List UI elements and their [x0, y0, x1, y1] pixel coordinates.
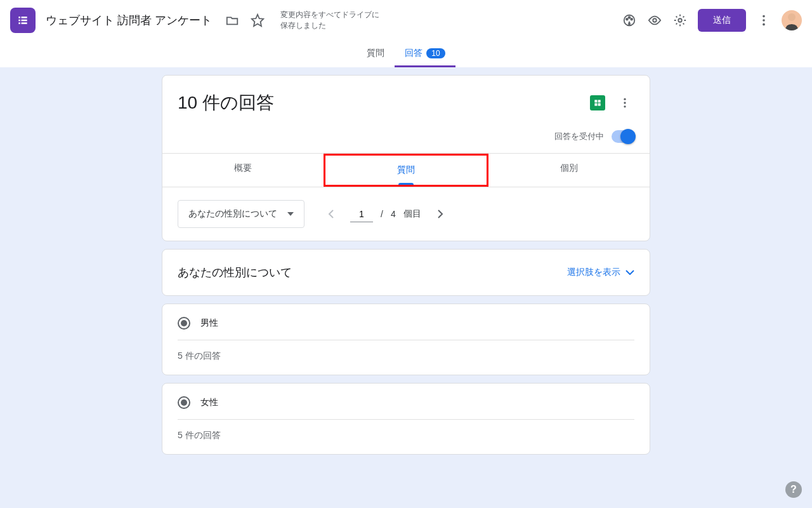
send-button[interactable]: 送信	[698, 9, 746, 32]
svg-point-13	[763, 19, 765, 22]
svg-point-10	[653, 18, 657, 22]
svg-point-14	[763, 23, 765, 26]
save-status: 変更内容をすべてドライブに 保存しました	[280, 10, 379, 31]
theme-icon[interactable]	[617, 8, 642, 33]
question-pager: / 4 個目	[320, 203, 452, 225]
option-card-0: 男性 5 件の回答	[162, 304, 650, 375]
subtab-individual[interactable]: 個別	[488, 154, 650, 187]
pager-prev[interactable]	[320, 203, 343, 225]
svg-point-8	[629, 17, 631, 18]
svg-point-12	[763, 15, 765, 18]
pager-current-input[interactable]	[350, 206, 373, 222]
responses-badge: 10	[426, 48, 445, 58]
svg-point-19	[624, 98, 625, 100]
question-selector-row: あなたの性別について / 4 個目	[162, 187, 650, 241]
svg-rect-5	[22, 22, 27, 24]
svg-rect-17	[594, 104, 597, 106]
user-avatar[interactable]	[782, 10, 802, 30]
svg-rect-0	[18, 17, 20, 18]
subtab-summary[interactable]: 概要	[162, 154, 324, 187]
responses-more-icon[interactable]	[615, 93, 634, 112]
svg-point-20	[624, 102, 625, 104]
forms-logo[interactable]	[10, 8, 36, 33]
option-card-1: 女性 5 件の回答	[162, 383, 650, 455]
chevron-down-icon	[625, 270, 634, 275]
form-title[interactable]: ウェブサイト 訪問者 アンケート	[46, 13, 212, 28]
sheets-icon[interactable]	[590, 95, 605, 110]
svg-rect-15	[594, 100, 597, 102]
svg-point-9	[631, 18, 632, 20]
svg-point-7	[626, 18, 628, 20]
help-button[interactable]: ?	[785, 481, 802, 498]
svg-rect-4	[18, 22, 20, 24]
more-icon[interactable]	[751, 8, 776, 33]
responses-card: 10 件の回答 回答を受付中 概要 質問 個別 あなたの性	[162, 75, 650, 241]
question-dropdown[interactable]: あなたの性別について	[178, 200, 304, 228]
app-header: ウェブサイト 訪問者 アンケート 変更内容をすべてドライブに 保存しました 送信	[0, 0, 812, 41]
svg-rect-16	[598, 100, 601, 102]
svg-rect-18	[598, 104, 601, 106]
option-label: 男性	[200, 318, 218, 329]
option-count: 5 件の回答	[178, 420, 634, 441]
star-icon[interactable]	[245, 8, 270, 33]
response-sub-tabs: 概要 質問 個別	[162, 153, 650, 187]
move-folder-icon[interactable]	[219, 8, 245, 33]
svg-rect-2	[18, 20, 20, 22]
svg-point-21	[624, 105, 625, 107]
radio-icon	[178, 317, 190, 330]
preview-icon[interactable]	[642, 8, 667, 33]
chevron-down-icon	[287, 212, 294, 216]
content-area: 10 件の回答 回答を受付中 概要 質問 個別 あなたの性	[0, 67, 812, 462]
accepting-label: 回答を受付中	[554, 131, 604, 142]
pager-next[interactable]	[429, 203, 452, 225]
settings-icon[interactable]	[667, 8, 693, 33]
show-options-button[interactable]: 選択肢を表示	[567, 267, 634, 278]
accepting-toggle[interactable]	[612, 130, 634, 143]
svg-point-11	[678, 18, 682, 22]
responses-count-title: 10 件の回答	[178, 91, 274, 115]
tab-responses[interactable]: 回答 10	[395, 41, 455, 67]
option-count: 5 件の回答	[178, 340, 634, 362]
svg-rect-3	[22, 20, 27, 22]
radio-icon	[178, 396, 190, 409]
option-label: 女性	[200, 397, 218, 408]
question-header-card: あなたの性別について 選択肢を表示	[162, 249, 650, 296]
question-title: あなたの性別について	[178, 265, 292, 280]
subtab-question[interactable]: 質問	[324, 154, 488, 187]
main-tabs: 質問 回答 10	[0, 41, 812, 67]
tab-questions[interactable]: 質問	[357, 41, 395, 67]
svg-rect-1	[22, 17, 27, 18]
